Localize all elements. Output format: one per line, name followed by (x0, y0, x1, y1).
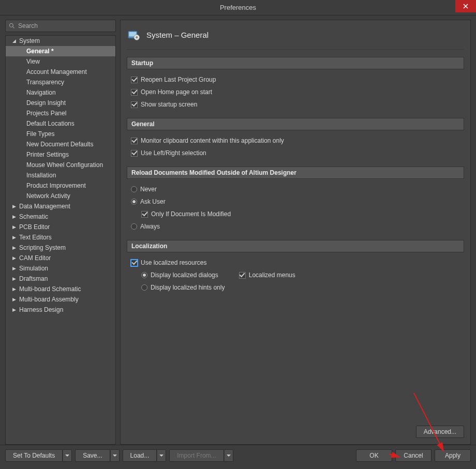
save-button[interactable]: Save... (75, 449, 110, 462)
tree-item-view[interactable]: View (6, 56, 115, 67)
tree-item-label: PCB Editor (19, 223, 50, 231)
startup-label-1: Open Home page on start (141, 88, 212, 96)
section-startup-header: Startup (127, 57, 464, 69)
apply-button[interactable]: Apply (435, 449, 471, 462)
general-label-1: Use Left/Right selection (141, 149, 206, 157)
tree-item-draftsman[interactable]: ▶Draftsman (6, 274, 115, 284)
startup-checkbox-0[interactable] (131, 77, 138, 83)
radio-ask-user-label: Ask User (140, 198, 166, 205)
tree-item-data-management[interactable]: ▶Data Management (6, 201, 115, 211)
tree-item-harness-design[interactable]: ▶Harness Design (6, 305, 115, 315)
set-defaults-dropdown[interactable] (63, 449, 72, 462)
load-split[interactable]: Load... (123, 449, 167, 462)
general-label-0: Monitor clipboard content within this ap… (141, 137, 284, 144)
ok-button[interactable]: OK (356, 449, 392, 462)
save-split[interactable]: Save... (75, 449, 119, 462)
startup-checkbox-1[interactable] (131, 89, 138, 96)
chevron-right-icon[interactable]: ▶ (11, 224, 17, 230)
tree-item-label: Multi-board Assembly (19, 296, 79, 303)
save-dropdown[interactable] (110, 449, 120, 462)
footer: Set To Defaults Save... Load... Import F… (0, 445, 476, 465)
chevron-right-icon[interactable]: ▶ (11, 286, 17, 292)
tree-item-multi-board-schematic[interactable]: ▶Multi-board Schematic (6, 284, 115, 294)
checkbox-use-localized[interactable] (131, 260, 138, 266)
chevron-right-icon[interactable]: ▶ (11, 276, 17, 282)
general-checkbox-0[interactable] (131, 138, 138, 144)
chevron-right-icon[interactable]: ▶ (11, 214, 17, 220)
tree-item-schematic[interactable]: ▶Schematic (6, 211, 115, 222)
tree-item-label: File Types (26, 130, 54, 138)
tree-item-label: CAM Editor (19, 254, 51, 262)
tree-item-file-types[interactable]: File Types (6, 129, 115, 139)
advanced-button[interactable]: Advanced... (416, 426, 464, 438)
tree-item-label: Projects Panel (26, 110, 66, 117)
chevron-right-icon[interactable]: ▶ (11, 296, 17, 302)
tree-item-default-locations[interactable]: Default Locations (6, 118, 115, 129)
radio-always-label: Always (140, 223, 160, 230)
chevron-right-icon[interactable]: ▶ (11, 234, 17, 240)
tree-item-navigation[interactable]: Navigation (6, 87, 115, 98)
set-defaults-button[interactable]: Set To Defaults (5, 449, 63, 462)
tree-item-mouse-wheel-configuration[interactable]: Mouse Wheel Configuration (6, 160, 115, 170)
chevron-right-icon[interactable]: ▶ (11, 307, 17, 313)
tree-item-account-management[interactable]: Account Management (6, 67, 115, 77)
section-reload-header: Reload Documents Modified Outside of Alt… (127, 167, 464, 179)
general-checkbox-1[interactable] (131, 150, 138, 157)
tree-item-network-activity[interactable]: Network Activity (6, 191, 115, 201)
tree-item-pcb-editor[interactable]: ▶PCB Editor (6, 222, 115, 232)
tree-item-transparency[interactable]: Transparency (6, 77, 115, 87)
tree-item-label: System (19, 37, 40, 44)
set-defaults-split[interactable]: Set To Defaults (5, 449, 72, 462)
tree-item-scripting-system[interactable]: ▶Scripting System (6, 243, 115, 253)
tree-item-design-insight[interactable]: Design Insight (6, 98, 115, 108)
startup-checkbox-2[interactable] (131, 101, 138, 108)
chevron-down-icon[interactable]: ◢ (11, 38, 17, 44)
chevron-right-icon[interactable]: ▶ (11, 255, 17, 261)
page-title: System – General (146, 31, 209, 39)
startup-label-0: Reopen Last Project Group (141, 76, 216, 83)
tree-item-label: Simulation (19, 265, 48, 272)
import-from-button[interactable]: Import From... (169, 449, 224, 462)
tree-item-installation[interactable]: Installation (6, 170, 115, 180)
radio-display-dialogs[interactable] (141, 272, 147, 278)
titlebar: Preferences (0, 0, 476, 16)
tree-item-cam-editor[interactable]: ▶CAM Editor (6, 253, 115, 263)
close-button[interactable] (455, 0, 476, 12)
tree-item-label: Data Management (19, 203, 70, 210)
load-dropdown[interactable] (157, 449, 166, 462)
radio-ask-user[interactable] (131, 199, 137, 205)
tree-item-text-editors[interactable]: ▶Text Editors (6, 232, 115, 243)
close-icon (463, 4, 468, 9)
search-box[interactable] (5, 20, 116, 32)
radio-display-hints-label: Display localized hints only (151, 284, 225, 291)
tree-item-projects-panel[interactable]: Projects Panel (6, 108, 115, 118)
import-from-split[interactable]: Import From... (169, 449, 233, 462)
checkbox-localized-menus[interactable] (239, 272, 246, 279)
radio-never-label: Never (140, 186, 157, 193)
radio-display-hints[interactable] (141, 284, 147, 291)
tree-item-label: Navigation (26, 89, 56, 96)
checkbox-only-if-modified[interactable] (141, 211, 148, 218)
tree-item-label: Harness Design (19, 306, 63, 313)
chevron-right-icon[interactable]: ▶ (11, 265, 17, 271)
tree-item-printer-settings[interactable]: Printer Settings (6, 149, 115, 160)
chevron-right-icon[interactable]: ▶ (11, 203, 17, 209)
tree-item-multi-board-assembly[interactable]: ▶Multi-board Assembly (6, 294, 115, 305)
search-input[interactable] (18, 22, 112, 29)
tree-item-new-document-defaults[interactable]: New Document Defaults (6, 139, 115, 149)
tree-item-system[interactable]: ◢System (6, 36, 115, 46)
svg-line-1 (13, 27, 14, 28)
tree-item-simulation[interactable]: ▶Simulation (6, 263, 115, 274)
radio-always[interactable] (131, 223, 137, 230)
nav-tree[interactable]: ◢SystemGeneral *ViewAccount ManagementTr… (5, 35, 116, 445)
cancel-button[interactable]: Cancel (395, 449, 432, 462)
tree-item-product-improvement[interactable]: Product Improvement (6, 180, 115, 191)
import-from-dropdown[interactable] (224, 449, 233, 462)
tree-item-general[interactable]: General * (6, 46, 115, 56)
tree-item-label: New Document Defaults (26, 141, 93, 148)
chevron-right-icon[interactable]: ▶ (11, 245, 17, 251)
radio-never[interactable] (131, 186, 137, 192)
svg-point-5 (136, 36, 138, 38)
load-button[interactable]: Load... (123, 449, 157, 462)
tree-item-label: Installation (26, 172, 56, 179)
